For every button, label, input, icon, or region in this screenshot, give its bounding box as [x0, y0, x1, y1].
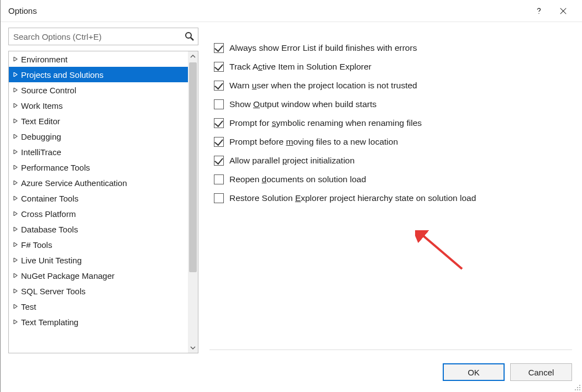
- svg-line-4: [191, 38, 193, 40]
- resize-grip-icon[interactable]: [573, 383, 581, 391]
- tree-expand-icon: [13, 258, 18, 262]
- tree-item-label: Performance Tools: [21, 163, 90, 172]
- tree-expand-icon: [13, 227, 18, 231]
- tree-item[interactable]: Source Control: [9, 82, 188, 98]
- tree-expand-icon: [13, 320, 18, 324]
- search-box[interactable]: [8, 28, 198, 45]
- cancel-button[interactable]: Cancel: [510, 363, 572, 381]
- search-input[interactable]: [9, 28, 198, 45]
- tree-item[interactable]: Database Tools: [9, 221, 188, 237]
- option-row: Prompt for symbolic renaming when renami…: [214, 114, 569, 133]
- tree-expand-icon: [13, 88, 18, 92]
- tree-item-label: Debugging: [21, 132, 61, 141]
- tree-item-label: IntelliTrace: [21, 147, 61, 157]
- option-label[interactable]: Prompt for symbolic renaming when renami…: [229, 118, 422, 128]
- dialog-footer: OK Cancel: [443, 363, 572, 381]
- tree-item[interactable]: Azure Service Authentication: [9, 175, 188, 190]
- tree-item[interactable]: Live Unit Testing: [9, 252, 188, 268]
- option-checkbox[interactable]: [214, 43, 224, 53]
- left-pane: EnvironmentProjects and SolutionsSource …: [8, 28, 198, 353]
- option-checkbox[interactable]: [214, 193, 224, 203]
- option-label[interactable]: Reopen documents on solution load: [229, 174, 366, 184]
- option-checkbox[interactable]: [214, 174, 224, 184]
- tree-expand-icon: [13, 119, 18, 123]
- tree-expand-icon: [13, 196, 18, 200]
- options-pane: Always show Error List if build finishes…: [198, 28, 574, 353]
- tree-list[interactable]: EnvironmentProjects and SolutionsSource …: [9, 51, 188, 353]
- option-checkbox[interactable]: [214, 137, 224, 147]
- tree-item[interactable]: F# Tools: [9, 237, 188, 252]
- tree-item-label: Projects and Solutions: [21, 70, 103, 80]
- tree-item[interactable]: Text Templating: [9, 314, 188, 330]
- tree-expand-icon: [13, 72, 18, 77]
- svg-point-9: [575, 389, 576, 390]
- tree-item[interactable]: Text Editor: [9, 113, 188, 129]
- tree-item[interactable]: SQL Server Tools: [9, 283, 188, 299]
- option-row: Reopen documents on solution load: [214, 170, 569, 189]
- scroll-thumb[interactable]: [189, 62, 197, 272]
- tree-item-label: Work Items: [21, 101, 63, 110]
- svg-line-5: [421, 234, 462, 269]
- tree-expand-icon: [13, 211, 18, 216]
- tree-item[interactable]: Work Items: [9, 98, 188, 113]
- tree-expand-icon: [13, 57, 18, 61]
- option-checkbox[interactable]: [214, 81, 224, 91]
- close-button[interactable]: [551, 0, 575, 22]
- tree-item-label: Cross Platform: [21, 209, 76, 219]
- option-label[interactable]: Always show Error List if build finishes…: [229, 43, 417, 53]
- tree-item-label: Text Templating: [21, 317, 78, 327]
- tree-item-label: F# Tools: [21, 240, 52, 250]
- tree-item-label: SQL Server Tools: [21, 287, 86, 296]
- option-checkbox[interactable]: [214, 118, 224, 128]
- annotation-arrow-icon: [415, 230, 470, 274]
- help-button[interactable]: [527, 0, 551, 22]
- svg-point-11: [579, 389, 580, 390]
- tree-expand-icon: [13, 304, 18, 309]
- tree-item[interactable]: Container Tools: [9, 190, 188, 206]
- scroll-up-button[interactable]: [188, 51, 198, 61]
- option-checkbox[interactable]: [214, 62, 224, 72]
- option-row: Warn user when the project location is n…: [214, 76, 569, 95]
- option-label[interactable]: Warn user when the project location is n…: [229, 81, 417, 91]
- option-checkbox[interactable]: [214, 99, 224, 109]
- tree-item-label: Environment: [21, 55, 67, 64]
- option-row: Show Output window when build starts: [214, 95, 569, 114]
- option-label[interactable]: Prompt before moving files to a new loca…: [229, 137, 398, 147]
- svg-point-3: [186, 33, 191, 38]
- tree-expand-icon: [13, 273, 18, 278]
- svg-point-8: [579, 387, 580, 388]
- option-label[interactable]: Show Output window when build starts: [229, 99, 376, 109]
- search-icon: [185, 31, 195, 41]
- tree-item[interactable]: Test: [9, 299, 188, 314]
- help-icon: [535, 7, 543, 15]
- tree-expand-icon: [13, 242, 18, 247]
- ok-button[interactable]: OK: [443, 363, 505, 381]
- tree-item[interactable]: Cross Platform: [9, 206, 188, 221]
- option-row: Always show Error List if build finishes…: [214, 39, 569, 57]
- tree-item[interactable]: Debugging: [9, 129, 188, 144]
- tree-expand-icon: [13, 134, 18, 139]
- tree-item[interactable]: Projects and Solutions: [9, 67, 188, 82]
- option-checkbox[interactable]: [214, 156, 224, 166]
- svg-point-7: [577, 387, 578, 388]
- tree-item-label: NuGet Package Manager: [21, 271, 114, 280]
- tree-item[interactable]: NuGet Package Manager: [9, 268, 188, 283]
- option-row: Track Active Item in Solution Explorer: [214, 57, 569, 76]
- category-tree: EnvironmentProjects and SolutionsSource …: [8, 51, 198, 353]
- scroll-down-button[interactable]: [188, 343, 198, 353]
- option-label[interactable]: Track Active Item in Solution Explorer: [229, 62, 371, 72]
- chevron-up-icon: [190, 54, 196, 59]
- tree-item-label: Database Tools: [21, 225, 78, 234]
- tree-item-label: Text Editor: [21, 116, 60, 126]
- tree-expand-icon: [13, 181, 18, 185]
- option-row: Restore Solution Explorer project hierar…: [214, 189, 569, 208]
- tree-item[interactable]: Performance Tools: [9, 160, 188, 175]
- tree-item[interactable]: Environment: [9, 51, 188, 67]
- option-label[interactable]: Allow parallel project initialization: [229, 156, 355, 166]
- tree-item[interactable]: IntelliTrace: [9, 144, 188, 160]
- tree-item-label: Test: [21, 302, 36, 311]
- option-row: Allow parallel project initialization: [214, 151, 569, 170]
- option-label[interactable]: Restore Solution Explorer project hierar…: [229, 193, 476, 203]
- close-icon: [559, 7, 567, 15]
- tree-scrollbar[interactable]: [188, 51, 198, 353]
